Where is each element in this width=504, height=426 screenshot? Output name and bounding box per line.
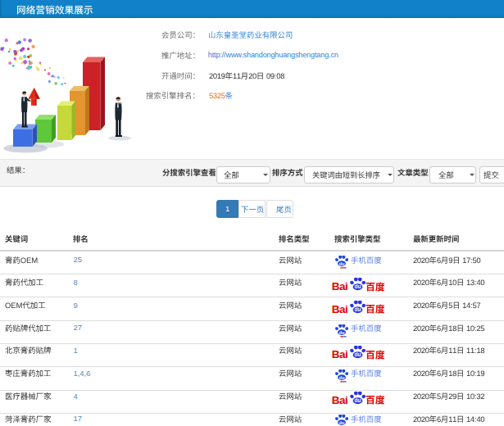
- svg-text:du: du: [339, 375, 345, 380]
- svg-text:du: du: [339, 329, 345, 334]
- svg-text:du: du: [339, 261, 345, 266]
- svg-text:du: du: [355, 283, 361, 289]
- svg-text:du: du: [355, 397, 361, 403]
- svg-text:du: du: [355, 351, 361, 357]
- svg-text:du: du: [339, 420, 345, 425]
- svg-text:du: du: [355, 306, 361, 312]
